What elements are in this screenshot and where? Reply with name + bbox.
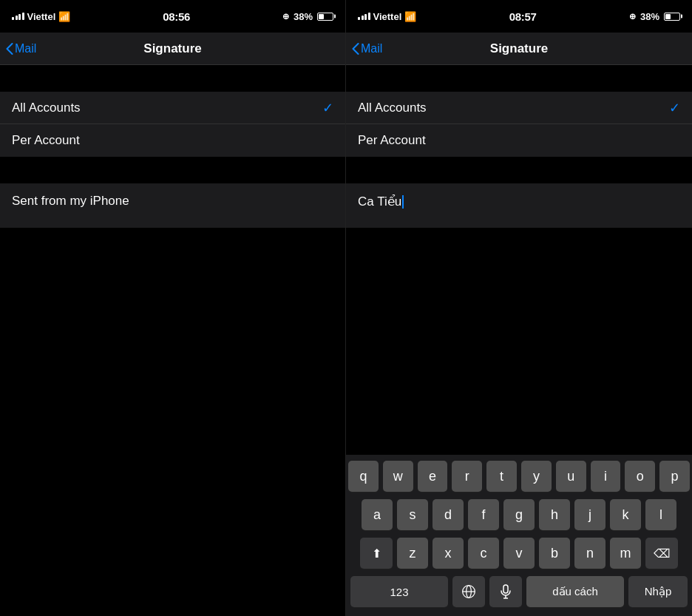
key-b[interactable]: b (539, 538, 570, 569)
left-nav-title: Signature (143, 41, 201, 56)
key-m[interactable]: m (610, 538, 641, 569)
right-back-button[interactable]: Mail (352, 42, 382, 55)
right-time: 08:57 (509, 10, 537, 23)
key-o[interactable]: o (625, 461, 655, 492)
num-key[interactable]: 123 (350, 576, 448, 607)
key-n[interactable]: n (574, 538, 606, 569)
left-per-account-label: Per Account (12, 133, 80, 148)
right-nav-title: Signature (490, 41, 548, 56)
key-u[interactable]: u (556, 461, 586, 492)
left-all-accounts-label: All Accounts (12, 101, 81, 115)
left-all-accounts-check: ✓ (322, 100, 333, 116)
backspace-key[interactable]: ⌫ (645, 538, 678, 569)
right-per-account-label: Per Account (358, 133, 426, 148)
globe-icon (461, 584, 476, 599)
left-signature-text: Sent from my iPhone (12, 194, 129, 209)
return-key[interactable]: Nhập (628, 576, 688, 607)
left-nav-bar: Mail Signature (0, 33, 345, 65)
keyboard-row-1: q w e r t y u i o p (348, 461, 690, 492)
left-lock-icon: ⊕ (282, 12, 289, 21)
left-time: 08:56 (163, 10, 190, 23)
key-t[interactable]: t (486, 461, 517, 492)
left-section-gap-1 (0, 65, 345, 92)
left-section-gap-2 (0, 157, 345, 183)
left-per-account-item[interactable]: Per Account (0, 124, 345, 157)
key-z[interactable]: z (397, 538, 428, 569)
right-section-gap-2 (346, 157, 692, 183)
left-signature-item[interactable]: Sent from my iPhone (0, 183, 345, 228)
keyboard-bottom-row: 123 dấu cách Nh (348, 576, 690, 607)
right-status-right: ⊕ 38% (629, 11, 680, 22)
key-r[interactable]: r (452, 461, 482, 492)
key-l[interactable]: l (645, 499, 676, 530)
left-signature-section: Sent from my iPhone (0, 183, 345, 228)
return-label: Nhập (645, 585, 672, 598)
left-wifi-icon: 📶 (58, 11, 70, 22)
right-signature-item[interactable]: Ca Tiểu (346, 183, 692, 228)
left-back-button[interactable]: Mail (6, 42, 36, 55)
right-settings-list: All Accounts ✓ Per Account (346, 92, 692, 157)
left-settings-list: All Accounts ✓ Per Account (0, 92, 345, 157)
left-battery-percent: 38% (294, 11, 313, 22)
key-f[interactable]: f (468, 499, 499, 530)
right-battery-percent: 38% (640, 11, 659, 22)
right-signature-text: Ca Tiểu (358, 194, 401, 209)
right-battery-icon (664, 13, 680, 21)
left-panel: Viettel 📶 08:56 ⊕ 38% Mail Signature All… (0, 0, 346, 616)
key-k[interactable]: k (610, 499, 641, 530)
right-signal-icon (358, 13, 370, 20)
right-status-bar: Viettel 📶 08:57 ⊕ 38% (346, 0, 692, 33)
key-y[interactable]: y (521, 461, 552, 492)
right-all-accounts-check: ✓ (669, 100, 680, 116)
key-q[interactable]: q (348, 461, 379, 492)
right-all-accounts-label: All Accounts (358, 101, 427, 115)
right-signature-section: Ca Tiểu (346, 183, 692, 228)
globe-key[interactable] (452, 576, 485, 607)
shift-key[interactable]: ⬆ (360, 538, 393, 569)
num-label: 123 (390, 586, 408, 598)
key-j[interactable]: j (574, 499, 606, 530)
left-status-right: ⊕ 38% (282, 11, 333, 22)
right-status-left: Viettel 📶 (358, 11, 416, 22)
left-carrier: Viettel (27, 11, 56, 22)
right-wifi-icon: 📶 (404, 11, 416, 22)
key-s[interactable]: s (397, 499, 428, 530)
right-panel: Viettel 📶 08:57 ⊕ 38% Mail Signature All… (346, 0, 692, 616)
key-v[interactable]: v (503, 538, 535, 569)
key-p[interactable]: p (659, 461, 690, 492)
right-nav-bar: Mail Signature (346, 33, 692, 65)
left-signal-icon (12, 13, 24, 20)
space-label: dấu cách (552, 585, 598, 598)
right-back-label: Mail (361, 42, 382, 55)
key-e[interactable]: e (418, 461, 448, 492)
right-per-account-item[interactable]: Per Account (346, 124, 692, 157)
right-signature-value: Ca Tiểu (358, 194, 404, 209)
key-c[interactable]: c (468, 538, 499, 569)
right-section-gap-1 (346, 65, 692, 92)
key-i[interactable]: i (591, 461, 621, 492)
mic-key[interactable] (489, 576, 522, 607)
left-back-label: Mail (15, 42, 36, 55)
key-g[interactable]: g (503, 499, 535, 530)
mic-icon (500, 584, 512, 599)
left-all-accounts-item[interactable]: All Accounts ✓ (0, 92, 345, 124)
svg-rect-3 (503, 585, 508, 593)
keyboard-row-2: a s d f g h j k l (348, 499, 690, 530)
space-key[interactable]: dấu cách (526, 576, 624, 607)
key-d[interactable]: d (432, 499, 464, 530)
left-battery-icon (317, 13, 333, 21)
left-status-left: Viettel 📶 (12, 11, 70, 22)
key-a[interactable]: a (362, 499, 393, 530)
left-content-area (0, 228, 345, 616)
right-lock-icon: ⊕ (629, 12, 636, 21)
key-w[interactable]: w (383, 461, 413, 492)
right-all-accounts-item[interactable]: All Accounts ✓ (346, 92, 692, 124)
right-carrier: Viettel (373, 11, 402, 22)
left-status-bar: Viettel 📶 08:56 ⊕ 38% (0, 0, 345, 33)
keyboard-row-3: ⬆ z x c v b n m ⌫ (348, 538, 690, 569)
keyboard: q w e r t y u i o p a s d f g h j k l ⬆ … (346, 455, 692, 616)
key-x[interactable]: x (432, 538, 464, 569)
text-cursor (402, 195, 404, 209)
key-h[interactable]: h (539, 499, 570, 530)
